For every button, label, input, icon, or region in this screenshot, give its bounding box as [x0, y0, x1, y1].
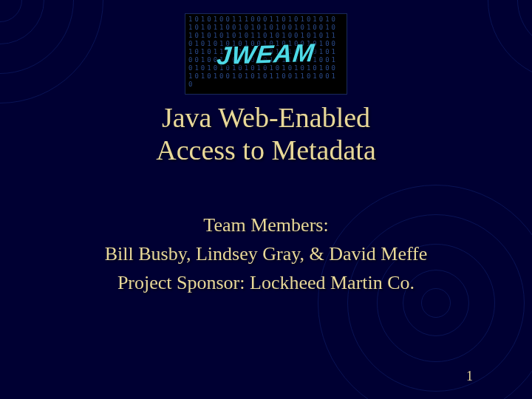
slide-content: 1010100111000110101010101010110010101010…	[0, 0, 532, 399]
slide-title: Java Web-Enabled Access to Metadata	[156, 102, 376, 166]
title-line-1: Java Web-Enabled	[156, 102, 376, 134]
slide-number: 1	[466, 369, 473, 384]
logo-text: JWEAM	[216, 38, 316, 70]
team-info: Team Members: Bill Busby, Lindsey Gray, …	[105, 211, 428, 297]
project-sponsor: Project Sponsor: Lockheed Martin Co.	[105, 268, 428, 297]
team-members: Bill Busby, Lindsey Gray, & David Meffe	[105, 239, 428, 268]
team-heading: Team Members:	[105, 211, 428, 239]
title-line-2: Access to Metadata	[156, 134, 376, 167]
jweam-logo: 1010100111000110101010101010110010101010…	[185, 13, 347, 95]
